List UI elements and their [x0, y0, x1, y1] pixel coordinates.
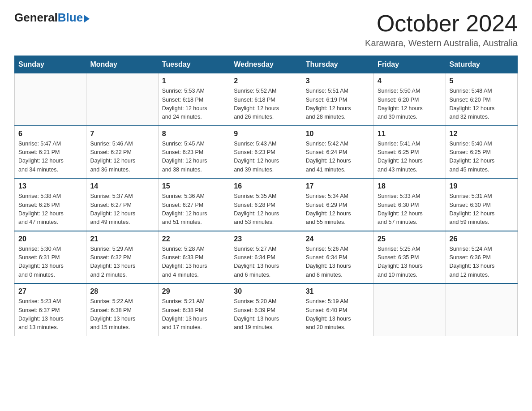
col-header-wednesday: Wednesday [230, 56, 302, 73]
col-header-saturday: Saturday [446, 56, 517, 73]
calendar-cell: 19Sunrise: 5:31 AM Sunset: 6:30 PM Dayli… [446, 178, 517, 231]
calendar-cell: 10Sunrise: 5:42 AM Sunset: 6:24 PM Dayli… [302, 126, 373, 179]
calendar-cell: 6Sunrise: 5:47 AM Sunset: 6:21 PM Daylig… [15, 126, 86, 179]
day-info: Sunrise: 5:31 AM Sunset: 6:30 PM Dayligh… [450, 192, 514, 227]
day-number: 8 [162, 130, 226, 138]
calendar-cell: 27Sunrise: 5:23 AM Sunset: 6:37 PM Dayli… [15, 283, 86, 336]
col-header-monday: Monday [86, 56, 158, 73]
day-number: 7 [90, 130, 154, 138]
logo: General Blue [14, 11, 90, 25]
day-info: Sunrise: 5:47 AM Sunset: 6:21 PM Dayligh… [18, 140, 82, 175]
day-info: Sunrise: 5:43 AM Sunset: 6:23 PM Dayligh… [234, 140, 298, 175]
calendar-cell: 29Sunrise: 5:21 AM Sunset: 6:38 PM Dayli… [158, 283, 230, 336]
calendar-cell: 25Sunrise: 5:25 AM Sunset: 6:35 PM Dayli… [374, 231, 446, 284]
calendar-cell: 14Sunrise: 5:37 AM Sunset: 6:27 PM Dayli… [86, 178, 158, 231]
day-number: 30 [234, 287, 298, 295]
day-info: Sunrise: 5:48 AM Sunset: 6:20 PM Dayligh… [450, 87, 514, 122]
logo-arrow-icon [84, 15, 90, 23]
day-info: Sunrise: 5:51 AM Sunset: 6:19 PM Dayligh… [306, 87, 370, 122]
day-info: Sunrise: 5:50 AM Sunset: 6:20 PM Dayligh… [378, 87, 442, 122]
day-number: 15 [162, 182, 226, 190]
day-info: Sunrise: 5:25 AM Sunset: 6:35 PM Dayligh… [378, 245, 442, 280]
day-number: 3 [306, 77, 370, 85]
day-number: 20 [18, 235, 82, 243]
calendar-week-row: 20Sunrise: 5:30 AM Sunset: 6:31 PM Dayli… [15, 231, 518, 284]
col-header-friday: Friday [374, 56, 446, 73]
logo-general: General [14, 11, 58, 25]
day-number: 16 [234, 182, 298, 190]
col-header-thursday: Thursday [302, 56, 373, 73]
calendar-cell [374, 283, 446, 336]
calendar-header-row: SundayMondayTuesdayWednesdayThursdayFrid… [15, 56, 518, 73]
day-number: 28 [90, 287, 154, 295]
calendar-week-row: 27Sunrise: 5:23 AM Sunset: 6:37 PM Dayli… [15, 283, 518, 336]
day-number: 24 [306, 235, 370, 243]
day-info: Sunrise: 5:30 AM Sunset: 6:31 PM Dayligh… [18, 245, 82, 280]
calendar-cell: 4Sunrise: 5:50 AM Sunset: 6:20 PM Daylig… [374, 73, 446, 126]
day-info: Sunrise: 5:33 AM Sunset: 6:30 PM Dayligh… [378, 192, 442, 227]
day-info: Sunrise: 5:45 AM Sunset: 6:23 PM Dayligh… [162, 140, 226, 175]
day-number: 13 [18, 182, 82, 190]
calendar-cell: 7Sunrise: 5:46 AM Sunset: 6:22 PM Daylig… [86, 126, 158, 179]
day-number: 4 [378, 77, 442, 85]
calendar-cell [446, 283, 517, 336]
day-info: Sunrise: 5:24 AM Sunset: 6:36 PM Dayligh… [450, 245, 514, 280]
day-number: 27 [18, 287, 82, 295]
calendar-cell: 26Sunrise: 5:24 AM Sunset: 6:36 PM Dayli… [446, 231, 517, 284]
day-info: Sunrise: 5:38 AM Sunset: 6:26 PM Dayligh… [18, 192, 82, 227]
calendar-cell: 15Sunrise: 5:36 AM Sunset: 6:27 PM Dayli… [158, 178, 230, 231]
page-title: October 2024 [365, 11, 518, 36]
title-section: October 2024 Karawara, Western Australia… [365, 11, 518, 48]
day-number: 12 [450, 130, 514, 138]
day-info: Sunrise: 5:26 AM Sunset: 6:34 PM Dayligh… [306, 245, 370, 280]
day-info: Sunrise: 5:29 AM Sunset: 6:32 PM Dayligh… [90, 245, 154, 280]
day-number: 29 [162, 287, 226, 295]
col-header-sunday: Sunday [15, 56, 86, 73]
calendar-week-row: 6Sunrise: 5:47 AM Sunset: 6:21 PM Daylig… [15, 126, 518, 179]
day-info: Sunrise: 5:41 AM Sunset: 6:25 PM Dayligh… [378, 140, 442, 175]
day-number: 2 [234, 77, 298, 85]
day-number: 26 [450, 235, 514, 243]
day-number: 11 [378, 130, 442, 138]
calendar-cell [15, 73, 86, 126]
day-info: Sunrise: 5:34 AM Sunset: 6:29 PM Dayligh… [306, 192, 370, 227]
day-number: 14 [90, 182, 154, 190]
day-info: Sunrise: 5:35 AM Sunset: 6:28 PM Dayligh… [234, 192, 298, 227]
calendar-cell: 13Sunrise: 5:38 AM Sunset: 6:26 PM Dayli… [15, 178, 86, 231]
day-info: Sunrise: 5:53 AM Sunset: 6:18 PM Dayligh… [162, 87, 226, 122]
calendar-cell: 2Sunrise: 5:52 AM Sunset: 6:18 PM Daylig… [230, 73, 302, 126]
calendar-cell: 31Sunrise: 5:19 AM Sunset: 6:40 PM Dayli… [302, 283, 373, 336]
calendar-cell: 5Sunrise: 5:48 AM Sunset: 6:20 PM Daylig… [446, 73, 517, 126]
day-number: 19 [450, 182, 514, 190]
calendar-cell: 18Sunrise: 5:33 AM Sunset: 6:30 PM Dayli… [374, 178, 446, 231]
day-info: Sunrise: 5:46 AM Sunset: 6:22 PM Dayligh… [90, 140, 154, 175]
day-number: 5 [450, 77, 514, 85]
day-number: 17 [306, 182, 370, 190]
logo-blue: Blue [58, 11, 83, 25]
calendar-cell: 22Sunrise: 5:28 AM Sunset: 6:33 PM Dayli… [158, 231, 230, 284]
day-number: 6 [18, 130, 82, 138]
day-number: 31 [306, 287, 370, 295]
day-number: 21 [90, 235, 154, 243]
calendar-week-row: 1Sunrise: 5:53 AM Sunset: 6:18 PM Daylig… [15, 73, 518, 126]
day-info: Sunrise: 5:19 AM Sunset: 6:40 PM Dayligh… [306, 297, 370, 332]
calendar-cell: 20Sunrise: 5:30 AM Sunset: 6:31 PM Dayli… [15, 231, 86, 284]
calendar-cell: 21Sunrise: 5:29 AM Sunset: 6:32 PM Dayli… [86, 231, 158, 284]
day-number: 23 [234, 235, 298, 243]
day-info: Sunrise: 5:23 AM Sunset: 6:37 PM Dayligh… [18, 297, 82, 332]
calendar-cell: 12Sunrise: 5:40 AM Sunset: 6:25 PM Dayli… [446, 126, 517, 179]
calendar-table: SundayMondayTuesdayWednesdayThursdayFrid… [14, 56, 518, 336]
calendar-cell: 30Sunrise: 5:20 AM Sunset: 6:39 PM Dayli… [230, 283, 302, 336]
calendar-cell [86, 73, 158, 126]
calendar-cell: 3Sunrise: 5:51 AM Sunset: 6:19 PM Daylig… [302, 73, 373, 126]
day-info: Sunrise: 5:42 AM Sunset: 6:24 PM Dayligh… [306, 140, 370, 175]
day-number: 10 [306, 130, 370, 138]
calendar-cell: 8Sunrise: 5:45 AM Sunset: 6:23 PM Daylig… [158, 126, 230, 179]
calendar-cell: 1Sunrise: 5:53 AM Sunset: 6:18 PM Daylig… [158, 73, 230, 126]
page-header: General Blue October 2024 Karawara, West… [14, 11, 518, 48]
day-number: 18 [378, 182, 442, 190]
day-info: Sunrise: 5:52 AM Sunset: 6:18 PM Dayligh… [234, 87, 298, 122]
calendar-cell: 28Sunrise: 5:22 AM Sunset: 6:38 PM Dayli… [86, 283, 158, 336]
calendar-week-row: 13Sunrise: 5:38 AM Sunset: 6:26 PM Dayli… [15, 178, 518, 231]
day-info: Sunrise: 5:28 AM Sunset: 6:33 PM Dayligh… [162, 245, 226, 280]
